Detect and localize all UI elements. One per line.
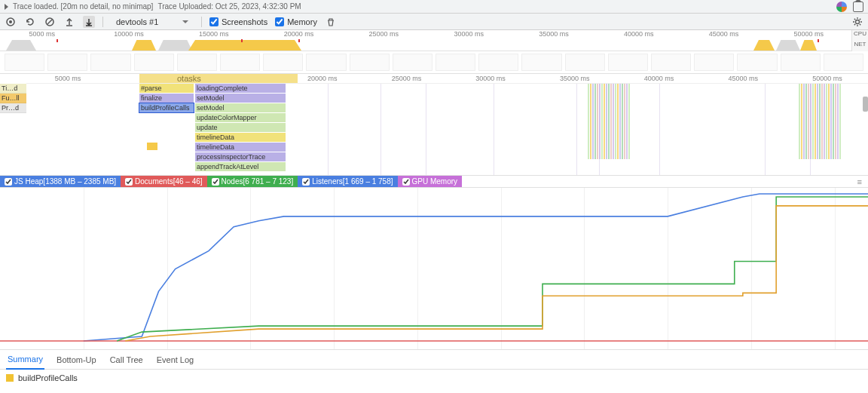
screenshot-thumb[interactable] xyxy=(47,54,87,71)
memory-legend-item[interactable]: Documents[46 – 46] xyxy=(121,176,207,187)
memory-legend: JS Heap[1388 MB – 2385 MB]Documents[46 –… xyxy=(0,176,868,188)
flame-chart[interactable]: 5000 ms10000 ms15000 ms20000 ms25000 ms3… xyxy=(0,74,868,176)
memory-legend-item[interactable]: GPU Memory xyxy=(398,176,463,187)
screenshot-thumb[interactable] xyxy=(5,54,44,71)
screenshot-thumb[interactable] xyxy=(737,54,777,71)
screenshot-thumb[interactable] xyxy=(521,54,561,71)
flame-bar[interactable]: appendTrackAtLevel xyxy=(195,162,286,171)
chevron-down-icon xyxy=(182,20,188,23)
selection-name: buildProfileCalls xyxy=(18,373,78,382)
track-header[interactable]: Pr…d xyxy=(0,103,26,113)
flame-bar[interactable]: buildProfileCalls xyxy=(139,103,194,112)
detail-tab[interactable]: Bottom-Up xyxy=(55,351,98,369)
svg-line-3 xyxy=(47,20,52,24)
trace-uploaded: Trace Uploaded: Oct 25, 2023, 4:32:30 PM xyxy=(157,2,301,11)
download-button[interactable] xyxy=(83,16,95,28)
detail-tab[interactable]: Summary xyxy=(6,350,44,370)
status-bar: Trace loaded. [20m no detail, no minimap… xyxy=(0,0,868,14)
flame-bar[interactable]: timelineData xyxy=(195,133,286,142)
reload-button[interactable] xyxy=(24,16,36,28)
flame-bar[interactable]: finalize xyxy=(139,94,194,103)
detail-tabs: SummaryBottom-UpCall TreeEvent Log xyxy=(0,350,868,370)
svg-point-1 xyxy=(9,20,12,23)
play-icon[interactable] xyxy=(5,4,8,10)
screenshot-thumb[interactable] xyxy=(781,54,821,71)
upload-button[interactable] xyxy=(63,16,75,28)
memory-checkbox[interactable]: Memory xyxy=(275,17,317,26)
collect-garbage-button[interactable] xyxy=(325,16,337,28)
selection-detail: buildProfileCalls xyxy=(0,370,868,386)
svg-point-4 xyxy=(856,20,860,23)
net-label: NET xyxy=(851,41,868,51)
settings-button[interactable] xyxy=(851,16,863,28)
screenshot-thumb[interactable] xyxy=(608,54,648,71)
globe-icon[interactable] xyxy=(836,2,847,12)
memory-legend-item[interactable]: Listeners[1 669 – 1 758] xyxy=(298,176,397,187)
track-header[interactable]: Ti…d xyxy=(0,84,26,94)
screenshots-checkbox[interactable]: Screenshots xyxy=(209,17,267,26)
memory-menu-icon[interactable]: ≡ xyxy=(851,177,868,186)
screenshot-thumb[interactable] xyxy=(306,54,346,71)
detail-tab[interactable]: Event Log xyxy=(155,351,196,369)
flame-bar[interactable]: setModel xyxy=(195,94,286,103)
session-dropdown-label: devtools #1 xyxy=(116,17,158,26)
screenshots-strip[interactable] xyxy=(0,51,868,74)
cpu-label: CPU xyxy=(851,30,868,41)
overview-body xyxy=(0,39,868,51)
record-button[interactable] xyxy=(5,16,17,28)
flame-body[interactable]: otasks #parseloadingCompletefinalizesetM… xyxy=(26,84,868,175)
screenshot-thumb[interactable] xyxy=(694,54,734,71)
screenshot-thumb[interactable] xyxy=(393,54,432,71)
overview-time-ruler: 5000 ms10000 ms15000 ms20000 ms25000 ms3… xyxy=(0,30,868,39)
screenshot-thumb[interactable] xyxy=(350,54,390,71)
flame-bar[interactable]: setModel xyxy=(195,103,286,112)
screenshot-thumb[interactable] xyxy=(824,54,863,71)
memory-legend-item[interactable]: JS Heap[1388 MB – 2385 MB] xyxy=(0,176,121,187)
memory-chart[interactable] xyxy=(0,188,868,350)
home-icon[interactable] xyxy=(853,2,863,12)
timeline-overview[interactable]: 5000 ms10000 ms15000 ms20000 ms25000 ms3… xyxy=(0,30,868,51)
flame-bar[interactable]: timelineData xyxy=(195,143,286,152)
track-sidebar[interactable]: Ti…dFu…llPr…d xyxy=(0,84,26,113)
session-dropdown[interactable]: devtools #1 xyxy=(111,15,194,29)
flame-bar[interactable]: update xyxy=(195,123,286,132)
screenshot-thumb[interactable] xyxy=(134,54,174,71)
screenshot-thumb[interactable] xyxy=(90,54,130,71)
scrollbar-thumb[interactable] xyxy=(863,97,868,112)
toolbar: devtools #1 Screenshots Memory xyxy=(0,14,868,30)
screenshot-thumb[interactable] xyxy=(565,54,605,71)
screenshot-thumb[interactable] xyxy=(177,54,217,71)
flame-bar[interactable]: #parse xyxy=(139,84,194,93)
microtasks-bar[interactable]: otasks xyxy=(139,74,298,83)
screenshot-thumb[interactable] xyxy=(478,54,518,71)
trace-status: Trace loaded. [20m no detail, no minimap… xyxy=(13,2,153,11)
clear-button[interactable] xyxy=(44,16,56,28)
screenshot-thumb[interactable] xyxy=(651,54,691,71)
flame-bar[interactable]: processInspectorTrace xyxy=(195,152,286,161)
flame-bar[interactable]: updateColorMapper xyxy=(195,113,286,122)
screenshot-thumb[interactable] xyxy=(220,54,260,71)
track-header[interactable]: Fu…ll xyxy=(0,94,26,103)
flame-bar[interactable]: loadingComplete xyxy=(195,84,286,93)
screenshot-thumb[interactable] xyxy=(436,54,475,71)
detail-tab[interactable]: Call Tree xyxy=(108,351,145,369)
color-swatch xyxy=(6,374,14,382)
screenshot-thumb[interactable] xyxy=(263,54,303,71)
memory-legend-item[interactable]: Nodes[6 781 – 7 123] xyxy=(207,176,298,187)
